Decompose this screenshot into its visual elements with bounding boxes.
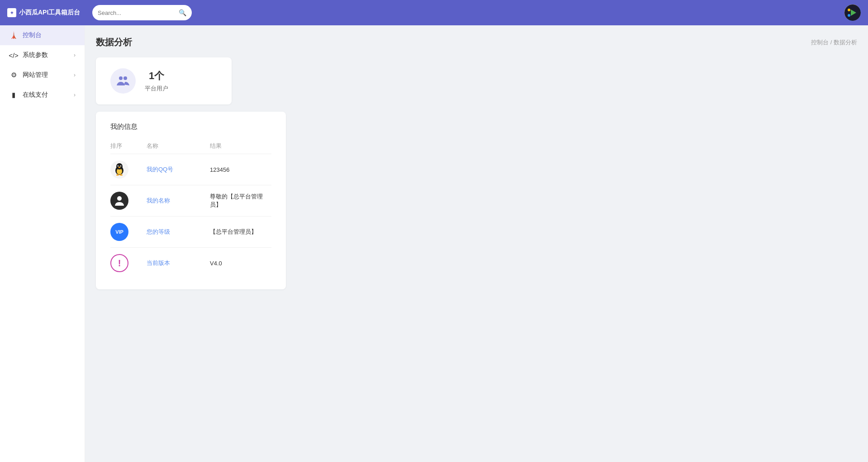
col-name: 名称 bbox=[147, 142, 210, 150]
vip-icon-cell: VIP bbox=[110, 223, 147, 241]
svg-point-1 bbox=[848, 9, 850, 11]
svg-point-4 bbox=[123, 76, 127, 80]
sidebar-item-online-payment[interactable]: ▮ 在线支付 › bbox=[0, 85, 85, 105]
col-result: 结果 bbox=[210, 142, 271, 150]
search-input[interactable] bbox=[98, 9, 175, 16]
vip-icon: VIP bbox=[110, 223, 128, 241]
search-bar[interactable]: 🔍 bbox=[92, 5, 192, 20]
search-icon: 🔍 bbox=[179, 9, 186, 16]
qq-icon-cell bbox=[110, 160, 147, 179]
alert-icon-cell: ! bbox=[110, 254, 147, 272]
version-link[interactable]: 当前版本 bbox=[147, 259, 210, 267]
breadcrumb-current: 数据分析 bbox=[834, 39, 857, 46]
logo-text: 小西瓜API工具箱后台 bbox=[19, 9, 80, 17]
svg-point-16 bbox=[117, 196, 122, 201]
col-rank: 排序 bbox=[110, 142, 147, 150]
svg-point-14 bbox=[116, 174, 119, 176]
stats-card: 1个 平台用户 bbox=[96, 57, 232, 104]
person-icon-cell bbox=[110, 192, 147, 210]
code-icon: </> bbox=[9, 51, 18, 60]
qq-penguin-svg bbox=[112, 162, 127, 177]
sidebar-item-system-params[interactable]: </> 系统参数 › bbox=[0, 45, 85, 65]
name-link[interactable]: 我的名称 bbox=[147, 197, 210, 205]
info-card-title: 我的信息 bbox=[110, 123, 271, 131]
sidebar-item-dashboard[interactable]: 🗼 控制台 bbox=[0, 25, 85, 45]
main-layout: 🗼 控制台 </> 系统参数 › ⚙ 网站管理 › ▮ 在线支付 › 数据分析 … bbox=[0, 25, 868, 462]
sidebar-label-system-params: 系统参数 bbox=[23, 51, 74, 59]
header-logo: ✦ 小西瓜API工具箱后台 bbox=[7, 8, 92, 17]
sidebar-item-website-mgmt[interactable]: ⚙ 网站管理 › bbox=[0, 65, 85, 85]
level-link[interactable]: 您的等级 bbox=[147, 228, 210, 236]
stats-label: 平台用户 bbox=[145, 85, 168, 93]
stats-count: 1个 bbox=[149, 69, 164, 83]
table-row: ! 当前版本 V4.0 bbox=[110, 248, 271, 278]
qq-icon bbox=[110, 160, 128, 179]
sidebar: 🗼 控制台 </> 系统参数 › ⚙ 网站管理 › ▮ 在线支付 › bbox=[0, 25, 85, 462]
table-row: 我的QQ号 123456 bbox=[110, 154, 271, 185]
person-icon bbox=[110, 192, 128, 210]
alert-icon: ! bbox=[110, 254, 128, 272]
svg-point-11 bbox=[118, 165, 119, 166]
sidebar-label-website-mgmt: 网站管理 bbox=[23, 71, 74, 79]
content-header: 数据分析 控制台 / 数据分析 bbox=[96, 36, 857, 48]
chevron-right-icon-1: › bbox=[74, 52, 76, 58]
breadcrumb: 控制台 / 数据分析 bbox=[811, 38, 857, 47]
breadcrumb-separator: / bbox=[830, 39, 834, 46]
monitor-icon: 🗼 bbox=[9, 31, 18, 40]
payment-icon: ▮ bbox=[9, 90, 18, 99]
app-logo-icon bbox=[844, 5, 861, 21]
svg-point-3 bbox=[119, 76, 123, 80]
svg-point-8 bbox=[116, 163, 123, 170]
svg-point-15 bbox=[120, 174, 123, 176]
header: ✦ 小西瓜API工具箱后台 🔍 bbox=[0, 0, 868, 25]
svg-point-2 bbox=[848, 14, 850, 17]
breadcrumb-home: 控制台 bbox=[811, 39, 829, 46]
person-svg bbox=[114, 195, 125, 207]
qq-link[interactable]: 我的QQ号 bbox=[147, 165, 210, 174]
content-area: 数据分析 控制台 / 数据分析 1个 平台用户 bbox=[85, 25, 868, 462]
app-logo-avatar[interactable] bbox=[844, 5, 861, 21]
sidebar-label-online-payment: 在线支付 bbox=[23, 91, 74, 99]
people-icon bbox=[116, 74, 130, 88]
gear-icon: ⚙ bbox=[9, 71, 18, 80]
sidebar-label-dashboard: 控制台 bbox=[23, 31, 76, 39]
svg-point-13 bbox=[119, 167, 121, 168]
page-title: 数据分析 bbox=[96, 36, 132, 48]
table-row: VIP 您的等级 【总平台管理员】 bbox=[110, 217, 271, 248]
info-card: 我的信息 排序 名称 结果 bbox=[96, 112, 286, 289]
name-value: 尊敬的【总平台管理员】 bbox=[210, 193, 271, 209]
level-value: 【总平台管理员】 bbox=[210, 228, 271, 236]
chevron-right-icon-3: › bbox=[74, 92, 76, 98]
qq-value: 123456 bbox=[210, 166, 271, 173]
logo-icon: ✦ bbox=[7, 8, 16, 17]
users-stat-icon bbox=[110, 68, 136, 94]
version-value: V4.0 bbox=[210, 260, 271, 267]
stats-info: 1个 平台用户 bbox=[145, 69, 168, 93]
svg-point-12 bbox=[121, 165, 121, 166]
header-right bbox=[844, 5, 861, 21]
chevron-right-icon-2: › bbox=[74, 72, 76, 78]
info-table-header: 排序 名称 结果 bbox=[110, 138, 271, 154]
table-row: 我的名称 尊敬的【总平台管理员】 bbox=[110, 185, 271, 217]
